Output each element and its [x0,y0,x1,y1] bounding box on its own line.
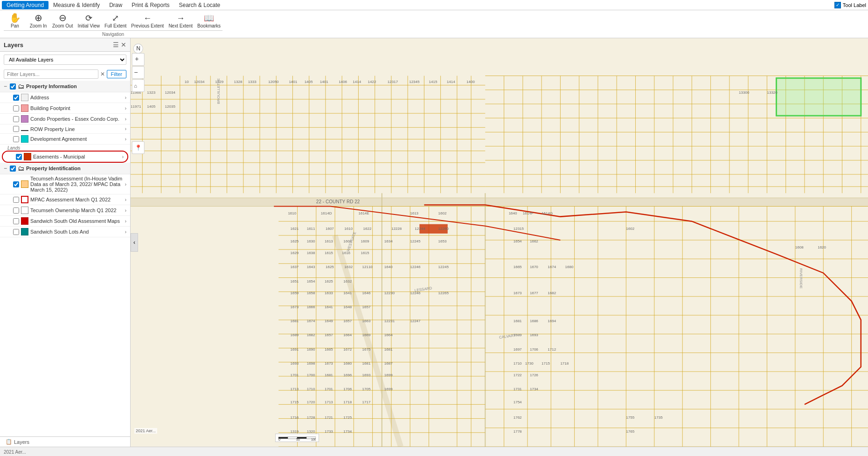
zoom-in-button[interactable]: ⊕ Zoom In [27,12,49,29]
svg-text:1720: 1720 [307,400,315,404]
filter-button[interactable]: Filter [107,70,126,78]
svg-text:1414: 1414 [447,80,455,84]
address-icon [21,94,28,101]
svg-text:10: 10 [185,80,189,84]
sandwich-south-lots-checkbox[interactable] [13,229,19,235]
sidebar-collapse-button[interactable]: ‹ [131,233,138,252]
pan-button[interactable]: ✋ Pan [4,12,26,29]
svg-text:12246: 12246 [410,265,421,269]
development-agreement-checkbox[interactable] [13,136,19,142]
svg-text:1625: 1625 [326,265,334,269]
svg-text:1657: 1657 [343,319,352,323]
svg-rect-0 [131,38,868,447]
menu-print-reports[interactable]: Print & Reports [127,1,174,9]
svg-text:1400: 1400 [466,80,475,84]
menu-measure-identify[interactable]: Measure & Identify [49,1,104,9]
svg-rect-304 [288,437,297,439]
sandwich-south-old-label: Sandwich South Old Assessment Maps [30,218,123,224]
svg-text:1654: 1654 [514,239,522,243]
svg-text:12050: 12050 [268,80,279,84]
svg-text:12230: 12230 [384,291,395,295]
row-property-line-label: ROW Property Line [30,126,123,132]
sidebar-header: Layers ☰ ✕ [0,38,130,52]
svg-text:1602: 1602 [438,211,447,215]
toolbar-navigation-group: ✋ Pan ⊕ Zoom In ⊖ Zoom Out ⟳ Initial Vie… [4,12,222,37]
svg-text:1625: 1625 [290,239,299,243]
svg-text:📍: 📍 [135,144,142,151]
layer-group-property-information[interactable]: − 🗂 Property Information [0,81,130,92]
full-extent-button[interactable]: ⤢ Full Extent [103,12,128,29]
sidebar-close-icon[interactable]: ✕ [121,41,126,48]
layer-item-easements-municipal[interactable]: Easements - Municipal › [2,151,128,163]
svg-text:−: − [134,69,138,76]
previous-extent-button[interactable]: ← Previous Extent [129,12,166,29]
layer-item-tecumseh-ownership[interactable]: Tecumseh Ownership March Q1 2022 › [0,205,130,216]
building-footprint-swatch [21,104,28,112]
svg-text:1611: 1611 [307,227,315,231]
sandwich-south-old-checkbox[interactable] [13,218,19,224]
row-property-line-arrow: › [125,126,126,131]
tool-label-checkbox[interactable] [834,2,841,8]
easements-municipal-checkbox[interactable] [16,154,22,160]
menu-search-locate[interactable]: Search & Locate [174,1,225,9]
svg-rect-123 [777,78,861,116]
address-label: Address [30,95,123,100]
property-identification-checkbox[interactable] [10,166,16,172]
svg-text:12247: 12247 [410,319,421,323]
next-extent-button[interactable]: → Next Extent [167,12,194,29]
svg-text:1662: 1662 [530,239,538,243]
layer-item-building-footprint[interactable]: Building Footprint › [0,103,130,114]
sidebar-menu-icon[interactable]: ☰ [113,41,119,48]
layers-dropdown[interactable]: All Available Layers [4,55,126,65]
building-footprint-checkbox[interactable] [13,105,19,111]
zoom-out-button[interactable]: ⊖ Zoom Out [50,12,75,29]
mpac-assessment-checkbox[interactable] [13,197,19,203]
property-information-label: Property Information [26,83,126,89]
easements-municipal-arrow: › [122,154,124,159]
layer-item-mpac-assessment[interactable]: MPAC Assessment March Q1 2022 › [0,194,130,205]
map-area[interactable]: ‹ 22 - COUNTY RD 22 [131,38,868,447]
svg-text:12245: 12245 [410,239,421,243]
tecumseh-assessment-swatch [21,180,28,188]
svg-text:1689: 1689 [290,333,299,337]
svg-text:1641: 1641 [325,305,333,309]
svg-text:1699: 1699 [384,373,393,377]
expand-minus-icon: − [4,83,7,90]
address-checkbox[interactable] [13,95,19,101]
next-extent-label: Next Extent [168,23,193,28]
layer-item-sandwich-south-old[interactable]: Sandwich South Old Assessment Maps › [0,216,130,227]
svg-text:⌂: ⌂ [134,83,137,89]
svg-text:1698: 1698 [307,361,315,366]
layer-item-sandwich-south-lots[interactable]: Sandwich South Lots And › [0,227,130,237]
layer-item-condo-properties[interactable]: Condo Properties - Essex Condo Corp. › [0,114,130,124]
svg-text:1637: 1637 [290,265,299,269]
svg-text:100m: 100m [311,438,316,441]
layer-item-development-agreement[interactable]: Development Agreement › [0,134,130,145]
property-information-checkbox[interactable] [10,83,16,90]
svg-text:1333: 1333 [248,80,257,84]
layers-tab[interactable]: 📋 Layers [0,436,130,447]
initial-view-button[interactable]: ⟳ Initial View [76,12,102,29]
pan-label: Pan [11,23,19,28]
svg-text:1320: 1320 [307,429,315,434]
bookmarks-button[interactable]: 📖 Bookmarks [195,12,222,29]
layer-group-property-identification[interactable]: − 🗂 Property Identification [0,163,130,174]
layer-item-address[interactable]: Address › [0,92,130,103]
svg-text:1710: 1710 [307,387,315,391]
sandwich-south-old-arrow: › [125,219,126,224]
filter-clear-button[interactable]: ✕ [100,71,105,77]
condo-properties-checkbox[interactable] [13,116,19,122]
menu-draw[interactable]: Draw [104,1,127,9]
svg-text:1658: 1658 [307,291,315,295]
layer-item-row-property-line[interactable]: ROW Property Line › [0,124,130,134]
tecumseh-assessment-checkbox[interactable] [13,181,19,187]
zoom-out-icon: ⊖ [59,13,67,22]
filter-input[interactable] [4,69,98,79]
row-property-line-checkbox[interactable] [13,126,19,132]
tecumseh-ownership-checkbox[interactable] [13,207,19,214]
layer-item-tecumseh-assessment[interactable]: Tecumseh Assessment (In-House Vadim Data… [0,174,130,194]
sandwich-south-old-swatch [21,217,28,225]
svg-text:12260: 12260 [438,227,449,231]
menu-getting-around[interactable]: Getting Around [2,1,49,9]
svg-text:1651: 1651 [290,279,299,283]
